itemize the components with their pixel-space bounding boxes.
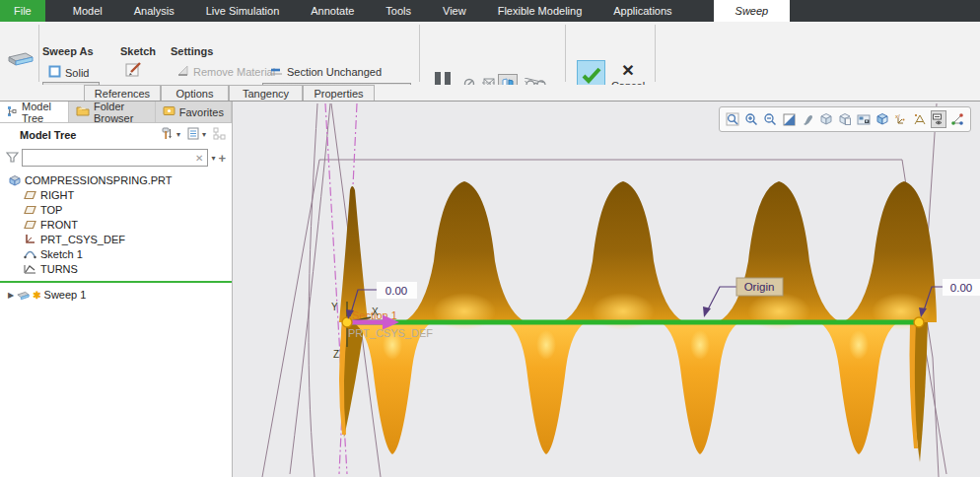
saved-views-icon[interactable]	[856, 110, 872, 128]
tab-favorites[interactable]: Favorites	[156, 102, 232, 122]
annotation-display-icon[interactable]	[912, 110, 928, 128]
start-point-handle[interactable]	[342, 317, 352, 327]
menu-model[interactable]: Model	[57, 0, 118, 22]
group-label-settings: Settings	[171, 45, 213, 57]
add-filter-button[interactable]: +	[218, 151, 226, 166]
favorites-icon	[163, 105, 175, 118]
csys-label: PRT_CSYS_DEF	[348, 327, 433, 339]
datum-display-icon[interactable]: x/	[893, 110, 909, 128]
trajectory-line[interactable]	[347, 320, 919, 325]
sketch-curve-icon	[24, 263, 36, 275]
tree-item-part[interactable]: COMPRESSIONSPRING.PRT	[0, 172, 232, 187]
axis-z-label: Z	[333, 349, 339, 360]
sweep-feature-icon	[17, 289, 30, 301]
menu-bar: File Model Analysis Live Simulation Anno…	[0, 0, 980, 22]
refit-icon[interactable]	[725, 110, 740, 128]
tree-item-front[interactable]: FRONT	[0, 217, 232, 232]
sweep-dashboard-ribbon: Sweep As Solid Surface Sketch Settings R…	[0, 22, 980, 85]
tree-columns-icon[interactable]	[187, 127, 199, 142]
view-manager-icon[interactable]	[875, 110, 890, 128]
expand-arrow-icon[interactable]: ▶	[8, 291, 14, 300]
datum-plane-icon	[24, 189, 36, 201]
tab-model-tree[interactable]: Model Tree	[0, 102, 69, 122]
tree-item-sweep1[interactable]: ▶ ✱ Sweep 1	[0, 287, 232, 303]
tree-item-top[interactable]: TOP	[0, 202, 232, 217]
graphics-area[interactable]: x/	[233, 102, 980, 477]
tree-filters-dropdown[interactable]: ▾	[176, 130, 180, 139]
graphics-display-options-icon[interactable]	[931, 110, 946, 128]
tab-properties[interactable]: Properties	[303, 85, 375, 101]
section-unchanged-button[interactable]: Section Unchanged	[264, 64, 386, 80]
tab-folder-browser[interactable]: Folder Browser	[69, 102, 156, 122]
clear-search-icon[interactable]: ✕	[195, 153, 203, 164]
tab-sweep-active[interactable]: Sweep	[714, 0, 791, 22]
graphics-toolbar: x/	[719, 106, 971, 132]
folder-icon	[76, 105, 90, 118]
spin-center-icon[interactable]	[949, 110, 965, 128]
display-style-icon[interactable]	[818, 110, 834, 128]
filter-funnel-icon[interactable]	[6, 151, 19, 166]
model-viewport[interactable]: Section 1 PRT_CSYS_DEF Y Z X	[233, 102, 980, 477]
group-label-sweep-as: Sweep As	[42, 45, 94, 57]
group-label-sketch: Sketch	[120, 45, 156, 57]
cancel-x-icon: ✕	[621, 64, 634, 78]
menu-tools[interactable]: Tools	[370, 0, 427, 22]
search-dropdown[interactable]: ▾	[211, 154, 215, 163]
model-tree: COMPRESSIONSPRING.PRT RIGHT TOP FRONT	[0, 170, 232, 303]
model-tree-title: Model Tree	[20, 129, 76, 141]
dashboard-panel-tabs: References Options Tangency Properties	[0, 85, 980, 102]
sweep-feature-icon	[6, 45, 35, 71]
tree-item-turns[interactable]: TURNS	[0, 261, 232, 276]
remove-material-icon	[176, 65, 189, 79]
solid-icon	[48, 65, 61, 80]
part-icon	[8, 174, 21, 186]
shading-icon[interactable]	[800, 110, 815, 128]
solid-button[interactable]: Solid	[43, 64, 94, 81]
menu-flexible-modeling[interactable]: Flexible Modeling	[482, 0, 598, 22]
menu-analysis[interactable]: Analysis	[118, 0, 190, 22]
sketch-icon	[24, 248, 36, 260]
tab-references[interactable]: References	[84, 85, 161, 101]
navigator-panel: Model Tree Folder Browser Favorites Mode…	[0, 102, 233, 477]
tree-item-csys[interactable]: PRT_CSYS_DEF	[0, 232, 232, 246]
tree-columns-dropdown[interactable]: ▾	[202, 130, 206, 139]
svg-text:0.00: 0.00	[385, 285, 407, 297]
axis-x-label: X	[372, 307, 379, 317]
tree-settings-icon[interactable]	[213, 127, 226, 142]
tree-item-sketch1[interactable]: Sketch 1	[0, 246, 232, 261]
tree-item-right[interactable]: RIGHT	[0, 187, 232, 202]
section-unchanged-icon	[269, 65, 283, 79]
ok-check-icon	[581, 67, 602, 85]
end-point-handle[interactable]	[914, 317, 924, 327]
menu-applications[interactable]: Applications	[597, 0, 687, 22]
sketch-button[interactable]	[125, 61, 142, 80]
tab-options[interactable]: Options	[161, 85, 229, 101]
axis-y-label: Y	[331, 302, 338, 312]
menu-file[interactable]: File	[0, 0, 45, 22]
section-view-icon[interactable]	[837, 110, 853, 128]
tree-filters-icon[interactable]	[161, 127, 174, 142]
menu-annotate[interactable]: Annotate	[295, 0, 370, 22]
svg-text:0.00: 0.00	[950, 282, 972, 294]
repaint-icon[interactable]	[781, 110, 797, 128]
menu-live-simulation[interactable]: Live Simulation	[190, 0, 296, 22]
tab-tangency[interactable]: Tangency	[229, 85, 303, 101]
menu-view[interactable]: View	[427, 0, 482, 22]
datum-plane-icon	[24, 219, 36, 231]
zoom-out-icon[interactable]	[762, 110, 778, 128]
csys-icon	[24, 234, 36, 245]
model-tree-icon	[7, 105, 18, 119]
insert-indicator[interactable]	[0, 281, 232, 283]
tree-search-input[interactable]: ✕	[22, 149, 208, 167]
svg-text:Origin: Origin	[744, 281, 775, 293]
zoom-in-icon[interactable]	[743, 110, 759, 128]
datum-plane-icon	[24, 204, 36, 216]
regenerate-star-icon: ✱	[33, 290, 40, 301]
